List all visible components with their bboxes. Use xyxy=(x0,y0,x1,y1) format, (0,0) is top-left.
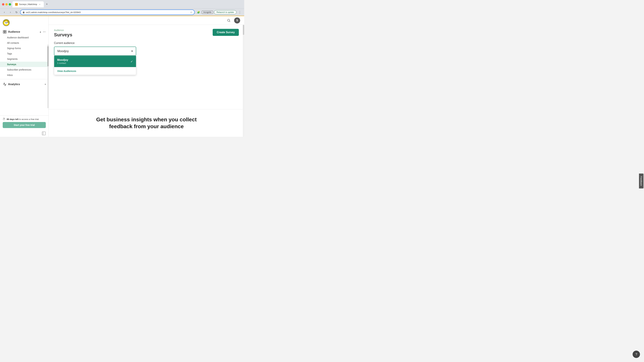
svg-rect-8 xyxy=(3,30,4,31)
relaunch-button[interactable]: Relaunch to update xyxy=(214,10,236,14)
svg-point-2 xyxy=(4,21,8,24)
trial-suffix: to access a free trial. xyxy=(19,118,39,120)
audience-section-chevron: ▲ xyxy=(40,31,42,33)
tab-close-btn[interactable]: × xyxy=(38,3,41,6)
start-trial-button[interactable]: Start your free trial xyxy=(3,122,46,128)
dropdown-chevron-icon: ▾ xyxy=(131,49,133,53)
sidebar-item-signup-forms[interactable]: Signup forms xyxy=(0,45,48,51)
trial-days-left: 89 days left xyxy=(7,118,18,120)
sidebar-bottom-area xyxy=(0,130,48,137)
create-survey-button[interactable]: Create Survey xyxy=(213,29,239,36)
audience-section-icon xyxy=(3,30,7,34)
browser-window-controls xyxy=(2,3,11,5)
analytics-icon xyxy=(3,82,7,86)
sidebar-item-tags[interactable]: Tags xyxy=(0,51,48,56)
lock-icon xyxy=(22,11,25,13)
sidebar-item-audience-dashboard[interactable]: Audience dashboard xyxy=(0,35,48,40)
main-topbar: S xyxy=(49,16,244,25)
view-audiences-link[interactable]: View Audiences xyxy=(54,67,136,75)
audience-dropdown-container: Moodjoy ▾ Moodjoy 1 contact ✓ View Audie… xyxy=(54,46,136,56)
tab-bar: 🐒 Surveys | Mailchimp × + xyxy=(12,1,242,7)
tab-title: Surveys | Mailchimp xyxy=(19,3,37,5)
page-content-area: Create Survey Audience Surveys Current a… xyxy=(49,25,244,137)
sidebar-section-analytics[interactable]: Analytics ▾ xyxy=(0,81,48,87)
sidebar-scrollbar[interactable] xyxy=(48,44,48,108)
sidebar-item-segments[interactable]: Segments xyxy=(0,56,48,62)
promo-section: Get business insights when you collect f… xyxy=(49,109,244,137)
dropdown-option-sub: 1 contact xyxy=(57,62,68,64)
sidebar-nav: Audience ▲ Audience dashboard All contac… xyxy=(0,28,48,115)
window-close-btn[interactable] xyxy=(2,3,4,5)
sidebar: Audience ▲ Audience dashboard All contac… xyxy=(0,16,49,137)
svg-point-6 xyxy=(6,22,7,23)
browser-chrome: 🐒 Surveys | Mailchimp × + xyxy=(0,0,244,9)
dropdown-selected-value: Moodjoy xyxy=(57,49,69,53)
svg-rect-10 xyxy=(3,32,4,33)
sidebar-item-subscriber-preferences[interactable]: Subscriber preferences xyxy=(0,67,48,72)
bookmark-icon[interactable]: ☆ xyxy=(190,11,192,14)
dropdown-option-name: Moodjoy xyxy=(57,58,68,61)
analytics-section-title: Analytics xyxy=(8,83,44,86)
sidebar-item-inbox[interactable]: Inbox xyxy=(0,72,48,78)
new-tab-button[interactable]: + xyxy=(44,2,49,7)
forward-button[interactable]: › xyxy=(8,10,13,14)
analytics-chevron: ▾ xyxy=(45,83,46,85)
active-tab[interactable]: 🐒 Surveys | Mailchimp × xyxy=(12,1,44,7)
trial-text: ⏱ 89 days left to access a free trial. xyxy=(3,118,46,121)
address-bar-row: ‹ › ↻ us21.admin.mailchimp.com/lists/sur… xyxy=(0,9,244,16)
audience-dropdown-trigger[interactable]: Moodjoy ▾ xyxy=(54,46,136,56)
mailchimp-logo xyxy=(3,19,10,26)
window-maximize-btn[interactable] xyxy=(9,3,11,5)
browser-menu-button[interactable]: ⋮ xyxy=(238,10,242,14)
main-scrollbar[interactable] xyxy=(243,25,244,137)
address-bar[interactable]: us21.admin.mailchimp.com/lists/surveys/?… xyxy=(20,9,195,15)
user-avatar[interactable]: S xyxy=(234,17,240,23)
trial-icon: ⏱ xyxy=(3,118,5,120)
svg-point-17 xyxy=(228,19,230,21)
sidebar-item-surveys[interactable]: Surveys xyxy=(0,62,48,67)
svg-rect-0 xyxy=(23,12,24,13)
svg-rect-11 xyxy=(5,32,6,33)
svg-point-5 xyxy=(5,22,6,23)
main-scrollbar-thumb xyxy=(243,25,244,35)
page-title: Surveys xyxy=(54,32,239,37)
current-audience-label: Current audience xyxy=(54,41,239,44)
app-container: Audience ▲ Audience dashboard All contac… xyxy=(0,16,244,137)
dropdown-checkmark-icon: ✓ xyxy=(130,60,133,63)
url-text: us21.admin.mailchimp.com/lists/surveys/?… xyxy=(26,11,189,13)
breadcrumb[interactable]: Audience xyxy=(54,29,239,31)
sidebar-item-all-contacts[interactable]: All contacts xyxy=(0,40,48,45)
sidebar-header xyxy=(0,16,48,28)
reload-button[interactable]: ↻ xyxy=(14,10,19,14)
back-button[interactable]: ‹ xyxy=(2,10,7,14)
svg-rect-9 xyxy=(5,30,6,31)
audience-section-title: Audience xyxy=(8,30,38,33)
window-minimize-btn[interactable] xyxy=(5,3,8,5)
audience-dropdown-menu: Moodjoy 1 contact ✓ View Audiences xyxy=(54,56,136,75)
main-content: S Create Survey Audience Surveys Current… xyxy=(49,16,244,137)
svg-line-18 xyxy=(230,21,230,22)
sidebar-section-audience[interactable]: Audience ▲ xyxy=(0,28,48,35)
sidebar-toggle-icon[interactable] xyxy=(42,131,46,135)
dropdown-option-moodjoy[interactable]: Moodjoy 1 contact ✓ xyxy=(54,56,136,67)
trial-section: ⏱ 89 days left to access a free trial. S… xyxy=(0,115,48,130)
sidebar-pin-icon xyxy=(43,30,46,33)
sidebar-scrollbar-thumb xyxy=(48,46,48,66)
extensions-area: 🧩 Incognito Relaunch to update ⋮ xyxy=(196,10,242,14)
svg-rect-15 xyxy=(42,132,46,135)
extensions-icon[interactable]: 🧩 xyxy=(196,10,201,14)
svg-point-7 xyxy=(8,22,8,23)
promo-title: Get business insights when you collect f… xyxy=(88,116,205,130)
tab-favicon: 🐒 xyxy=(15,3,18,6)
incognito-badge: Incognito xyxy=(202,10,213,14)
search-button[interactable] xyxy=(226,18,232,23)
